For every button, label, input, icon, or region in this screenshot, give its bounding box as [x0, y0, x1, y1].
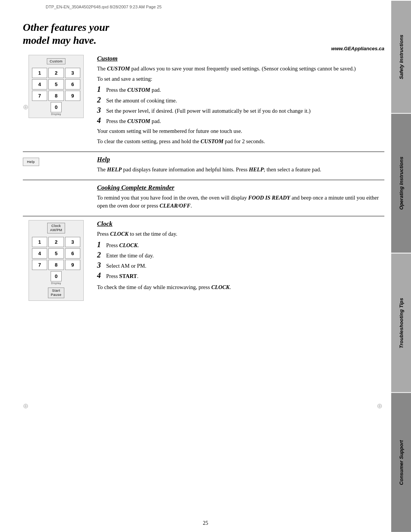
key-1: 1	[32, 68, 47, 78]
clock-keypad-wrapper: ClockAM/PM 1 2 3 4 5 6 7 8 9	[23, 220, 89, 300]
clock-keypad-grid: 1 2 3 4 5 6 7 8 9	[32, 237, 80, 270]
help-text: Help The HELP pad displays feature infor…	[97, 156, 384, 176]
sidebar-troubleshooting: Troubleshooting Tips	[391, 253, 411, 393]
cooking-title: Cooking Complete Reminder	[97, 184, 384, 192]
clock-step-num-2: 2	[97, 251, 105, 259]
custom-title: Custom	[97, 55, 384, 62]
clock-zero-row: 0	[32, 271, 80, 281]
clock-step-num-3: 3	[97, 261, 105, 269]
clock-key-3: 3	[65, 237, 80, 247]
clock-step-text-1: Press CLOCK.	[106, 241, 139, 249]
sidebar-operating-label: Operating Instructions	[398, 157, 404, 210]
sidebar-consumer: Consumer Support	[391, 392, 411, 532]
key-4: 4	[32, 79, 47, 89]
file-info-text: DTP_EN-EN_350A4502P648.qxd 8/28/2007 9:2…	[46, 5, 162, 9]
custom-section: Custom 1 2 3 4 5 6 7 8 9 0	[23, 51, 384, 152]
clock-key-9: 9	[65, 260, 80, 270]
cooking-text: Cooking Complete Reminder To remind you …	[97, 184, 384, 212]
key-5: 5	[48, 79, 64, 89]
help-section: Help Help The HELP pad displays feature …	[23, 152, 384, 180]
page-title-line1: Other features your	[23, 21, 109, 33]
file-info: DTP_EN-EN_350A4502P648.qxd 8/28/2007 9:2…	[46, 5, 162, 9]
clock-step-4: 4 Press START.	[97, 272, 384, 280]
step-text-4: Press the CUSTOM pad.	[106, 117, 161, 125]
step-num-2: 2	[97, 96, 105, 104]
step-text-1: Press the CUSTOM pad.	[106, 85, 161, 94]
key-6: 6	[65, 79, 80, 89]
custom-image: Custom 1 2 3 4 5 6 7 8 9 0	[23, 55, 89, 148]
custom-step-3: 3 Set the power level, if desired. (Full…	[97, 106, 384, 115]
clock-key-6: 6	[65, 248, 80, 259]
key-2: 2	[48, 68, 64, 78]
clock-key-5: 5	[48, 248, 64, 259]
custom-step-2: 2 Set the amount of cooking time.	[97, 96, 384, 104]
key-7: 7	[32, 91, 47, 101]
right-sidebar: Safety Instructions Operating Instructio…	[391, 0, 411, 532]
custom-button: Custom	[47, 58, 65, 64]
website-url: www.GEAppliances.ca	[331, 46, 384, 51]
clock-step-text-4: Press START.	[106, 272, 139, 280]
step-text-2: Set the amount of cooking time.	[106, 96, 177, 104]
help-box: Help	[23, 158, 39, 166]
step-num-3: 3	[97, 106, 105, 114]
display-label: Display	[32, 113, 80, 115]
page-title-line2: model may have.	[23, 34, 384, 47]
step-num-1: 1	[97, 85, 105, 93]
custom-text: Custom The CUSTOM pad allows you to save…	[97, 55, 384, 148]
clock-title: Clock	[97, 220, 384, 228]
sidebar-operating: Operating Instructions	[391, 113, 411, 253]
clock-intro: Press CLOCK to set the time of day.	[97, 230, 384, 238]
cooking-complete-section: Cooking Complete Reminder To remind you …	[23, 180, 384, 216]
sidebar-troubleshooting-label: Troubleshooting Tips	[398, 298, 404, 348]
clock-key-0: 0	[51, 271, 62, 281]
clock-footer: To check the time of day while microwavi…	[97, 283, 384, 291]
custom-clear: To clear the custom setting, press and h…	[97, 137, 384, 145]
clock-step-1: 1 Press CLOCK.	[97, 241, 384, 249]
main-content: Other features your model may have. www.…	[23, 21, 384, 517]
custom-step-4: 4 Press the CUSTOM pad.	[97, 117, 384, 125]
clock-key-4: 4	[32, 248, 47, 259]
sidebar-safety-label: Safety Instructions	[398, 35, 404, 79]
custom-reminder: Your custom setting will be remembered f…	[97, 127, 384, 135]
help-title: Help	[97, 156, 384, 163]
clock-button: ClockAM/PM	[47, 223, 65, 233]
clock-key-7: 7	[32, 260, 47, 270]
key-9: 9	[65, 91, 80, 101]
clock-step-num-1: 1	[97, 241, 105, 248]
clock-key-1: 1	[32, 237, 47, 247]
title-area: Other features your model may have. www.…	[23, 21, 384, 46]
key-0: 0	[51, 102, 62, 112]
clock-key-2: 2	[48, 237, 64, 247]
custom-to-set: To set and save a setting:	[97, 75, 384, 83]
cooking-no-image	[23, 184, 89, 212]
keypad-grid: 1 2 3 4 5 6 7 8 9	[32, 68, 80, 101]
clock-key-8: 8	[48, 260, 64, 270]
help-body: The HELP pad displays feature informatio…	[97, 166, 384, 174]
step-num-4: 4	[97, 117, 105, 124]
clock-text: Clock Press CLOCK to set the time of day…	[97, 220, 384, 300]
zero-row: 0	[32, 102, 80, 112]
sidebar-consumer-label: Consumer Support	[398, 440, 404, 485]
clock-keypad: ClockAM/PM 1 2 3 4 5 6 7 8 9	[29, 220, 84, 300]
key-3: 3	[65, 68, 80, 78]
clock-step-3: 3 Select AM or PM.	[97, 261, 384, 270]
custom-intro: The CUSTOM pad allows you to save your m…	[97, 65, 384, 73]
clock-step-2: 2 Enter the time of day.	[97, 251, 384, 259]
help-image: Help	[23, 156, 89, 176]
sidebar-safety: Safety Instructions	[391, 0, 411, 113]
custom-step-1: 1 Press the CUSTOM pad.	[97, 85, 384, 94]
clock-section: ClockAM/PM 1 2 3 4 5 6 7 8 9	[23, 216, 384, 304]
key-8: 8	[48, 91, 64, 101]
start-pause-button: StartPause	[48, 288, 64, 298]
cooking-body: To remind you that you have food in the …	[97, 194, 384, 210]
page-title: Other features your model may have.	[23, 21, 384, 46]
page-number: 25	[203, 520, 208, 526]
clock-step-text-3: Select AM or PM.	[106, 261, 147, 270]
clock-display-label: Display	[32, 282, 80, 284]
custom-keypad-wrapper: Custom 1 2 3 4 5 6 7 8 9 0	[23, 55, 89, 118]
custom-keypad: Custom 1 2 3 4 5 6 7 8 9 0	[29, 55, 84, 118]
step-text-3: Set the power level, if desired. (Full p…	[106, 106, 311, 115]
clock-step-num-4: 4	[97, 272, 105, 279]
clock-image: ClockAM/PM 1 2 3 4 5 6 7 8 9	[23, 220, 89, 300]
clock-step-text-2: Enter the time of day.	[106, 251, 154, 259]
